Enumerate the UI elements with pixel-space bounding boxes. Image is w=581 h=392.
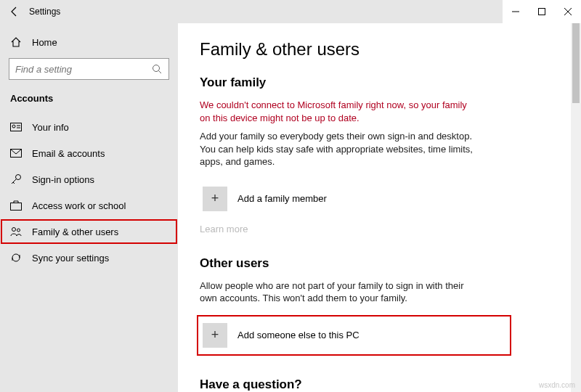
- family-desc: Add your family so everybody gets their …: [200, 130, 476, 168]
- family-error-text: We couldn't connect to Microsoft family …: [200, 99, 468, 124]
- minimize-button[interactable]: [503, 0, 529, 23]
- main-content: Family & other users Your family We coul…: [178, 23, 581, 392]
- sidebar-item-work[interactable]: Access work or school: [0, 192, 178, 219]
- sidebar-item-sync[interactable]: Sync your settings: [0, 245, 178, 271]
- nav-label: Email & accounts: [32, 148, 105, 159]
- home-nav[interactable]: Home: [0, 29, 178, 55]
- nav-label: Sync your settings: [32, 253, 109, 264]
- id-card-icon: [10, 121, 22, 133]
- nav-label: Your info: [32, 122, 69, 133]
- svg-point-2: [153, 65, 160, 72]
- other-users-title: Other users: [200, 256, 559, 271]
- add-family-label: Add a family member: [237, 193, 327, 204]
- add-other-label: Add someone else to this PC: [237, 330, 359, 340]
- nav-label: Access work or school: [32, 200, 126, 211]
- svg-rect-1: [539, 9, 545, 15]
- maximize-button[interactable]: [529, 0, 555, 23]
- nav-label: Family & other users: [32, 226, 118, 237]
- family-section-title: Your family: [200, 75, 559, 90]
- svg-point-5: [12, 125, 15, 128]
- add-other-user-button[interactable]: + Add someone else to this PC: [200, 318, 508, 353]
- svg-line-3: [159, 71, 162, 74]
- search-box[interactable]: [9, 58, 169, 80]
- scrollbar-thumb[interactable]: [572, 23, 580, 103]
- window-title: Settings: [29, 7, 60, 17]
- page-title: Family & other users: [200, 39, 559, 60]
- sidebar: Home Accounts Your info Email & accounts…: [0, 23, 178, 392]
- key-icon: [10, 173, 22, 185]
- svg-point-9: [16, 175, 21, 180]
- learn-more-link[interactable]: Learn more: [200, 224, 559, 234]
- sync-icon: [10, 252, 22, 264]
- back-button[interactable]: [0, 0, 29, 23]
- home-icon: [10, 36, 22, 48]
- svg-point-12: [17, 229, 20, 232]
- add-family-member-button[interactable]: + Add a family member: [200, 181, 559, 216]
- other-users-desc: Allow people who are not part of your fa…: [200, 279, 476, 305]
- scrollbar[interactable]: [571, 23, 581, 392]
- mail-icon: [10, 147, 22, 159]
- sidebar-item-signin[interactable]: Sign-in options: [0, 166, 178, 192]
- window-controls: [503, 0, 581, 23]
- sidebar-item-family[interactable]: Family & other users: [0, 219, 178, 245]
- back-arrow-icon: [9, 6, 20, 17]
- nav-label: Sign-in options: [32, 174, 94, 185]
- plus-icon: +: [203, 187, 227, 211]
- close-button[interactable]: [555, 0, 581, 23]
- section-label: Accounts: [0, 89, 178, 114]
- search-icon: [151, 63, 163, 75]
- titlebar: Settings: [0, 0, 581, 23]
- svg-rect-10: [11, 203, 22, 211]
- sidebar-item-email[interactable]: Email & accounts: [0, 140, 178, 166]
- plus-icon: +: [203, 323, 227, 348]
- svg-point-11: [12, 228, 16, 232]
- home-label: Home: [32, 37, 57, 48]
- briefcase-icon: [10, 200, 22, 211]
- watermark: wsxdn.com: [539, 381, 575, 389]
- people-icon: [10, 226, 22, 237]
- sidebar-item-your-info[interactable]: Your info: [0, 114, 178, 140]
- question-title: Have a question?: [200, 377, 559, 392]
- search-input[interactable]: [15, 64, 151, 75]
